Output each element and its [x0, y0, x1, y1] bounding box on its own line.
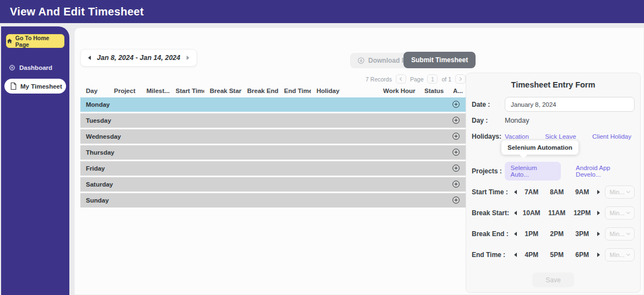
add-entry-button[interactable]	[452, 116, 460, 124]
add-entry-button[interactable]	[452, 148, 460, 156]
day-label: Day :	[472, 117, 505, 124]
col-actions: A...	[447, 88, 466, 94]
form-title: Timesheet Entry Form	[466, 80, 640, 89]
minutes-select[interactable]: Min...	[605, 248, 635, 261]
minutes-select[interactable]: Min...	[605, 185, 635, 199]
time-scroll-right-icon[interactable]	[597, 211, 600, 215]
break-end-row: Break End : 1PM 2PM 3PM Min...	[472, 227, 635, 241]
time-option[interactable]: 9AM	[570, 188, 595, 196]
time-options: 1PM 2PM 3PM	[519, 230, 595, 238]
plus-circle-icon	[452, 180, 460, 188]
day-cell: Monday	[80, 101, 110, 108]
table-row-friday[interactable]: Friday	[80, 161, 466, 176]
minutes-select[interactable]: Min...	[605, 206, 635, 220]
break-start-label: Break Start:	[472, 209, 514, 217]
chevron-left-icon	[400, 77, 403, 81]
time-options: 10AM 11AM 12PM	[519, 209, 595, 217]
time-scroll-right-icon[interactable]	[597, 253, 600, 257]
table-row-wednesday[interactable]: Wednesday	[80, 129, 466, 144]
current-page-box: 1	[427, 74, 438, 84]
time-scroll-left-icon[interactable]	[514, 190, 517, 194]
col-project: Project	[108, 88, 141, 94]
time-option[interactable]: 2PM	[544, 230, 570, 238]
add-entry-button[interactable]	[452, 100, 460, 108]
projects-label: Projects :	[472, 167, 505, 175]
col-status: Status	[419, 88, 447, 94]
day-row: Day : Monday	[472, 117, 635, 124]
date-label: Date :	[472, 101, 505, 108]
col-end-time: End Time	[279, 88, 311, 94]
add-entry-button[interactable]	[452, 164, 460, 172]
start-time-row: Start Time : 7AM 8AM 9AM Min...	[472, 185, 635, 199]
add-entry-button[interactable]	[452, 196, 460, 204]
sidebar-item-my-timesheet[interactable]: My Timesheet	[4, 79, 66, 94]
holiday-links: Vacation Sick Leave Client Holiday	[505, 133, 635, 140]
projects-row: Projects : Selenium Auto... Android App …	[472, 162, 635, 181]
date-input[interactable]	[505, 97, 635, 112]
day-cell: Wednesday	[80, 133, 121, 140]
time-option[interactable]: 4PM	[519, 251, 544, 259]
holiday-link-sick-leave[interactable]: Sick Leave	[545, 133, 576, 140]
day-cell: Tuesday	[80, 117, 111, 124]
col-start-time: Start Time	[170, 88, 204, 94]
time-option[interactable]: 6PM	[570, 251, 595, 259]
minutes-placeholder: Min...	[610, 210, 625, 216]
time-option[interactable]: 11AM	[544, 209, 570, 217]
project-option-android[interactable]: Android App Develo...	[576, 165, 635, 178]
time-option[interactable]: 3PM	[570, 230, 595, 238]
time-option[interactable]: 10AM	[519, 209, 544, 217]
day-cell: Thursday	[80, 149, 114, 156]
next-week-icon[interactable]	[187, 56, 189, 60]
project-option-selenium[interactable]: Selenium Auto...	[505, 162, 561, 181]
document-icon	[10, 83, 17, 90]
table-row-saturday[interactable]: Saturday	[80, 177, 466, 192]
go-home-button[interactable]: Go To Home Page	[6, 34, 64, 48]
time-option[interactable]: 12PM	[570, 209, 595, 217]
plus-circle-icon	[452, 164, 460, 172]
table-row-monday[interactable]: Monday	[80, 97, 466, 112]
time-option[interactable]: 5PM	[544, 251, 570, 259]
sidebar-item-dashboard[interactable]: Dashboard	[1, 61, 69, 74]
table-row-tuesday[interactable]: Tuesday	[80, 113, 466, 128]
minutes-placeholder: Min...	[610, 252, 625, 258]
chevron-down-icon	[626, 189, 630, 193]
page-label: Page	[410, 76, 424, 83]
plus-circle-icon	[452, 132, 460, 140]
prev-page-button[interactable]	[396, 74, 406, 84]
time-option[interactable]: 7AM	[519, 188, 544, 196]
day-cell: Friday	[80, 165, 105, 172]
timesheet-entry-form: Timesheet Entry Form Date : Day : Monday…	[466, 73, 641, 293]
project-tooltip: Selenium Automation	[501, 140, 578, 155]
save-button[interactable]: Save	[532, 272, 574, 287]
submit-timesheet-button[interactable]: Submit Timesheet	[403, 52, 476, 68]
dashboard-icon	[9, 64, 15, 71]
table-row-sunday[interactable]: Sunday	[80, 193, 466, 207]
plus-circle-icon	[452, 100, 460, 108]
table-row-thursday[interactable]: Thursday	[80, 145, 466, 160]
timesheet-table: Day Project Milest... Start Time Break S…	[80, 84, 466, 209]
chevron-down-icon	[626, 210, 630, 214]
time-option[interactable]: 1PM	[519, 230, 544, 238]
add-entry-button[interactable]	[452, 180, 460, 188]
col-holiday: Holiday	[311, 88, 378, 94]
minutes-select[interactable]: Min...	[605, 227, 635, 241]
time-option[interactable]: 8AM	[544, 188, 570, 196]
time-scroll-right-icon[interactable]	[597, 232, 600, 236]
start-time-label: Start Time :	[472, 188, 514, 196]
col-break-start: Break Start...	[204, 88, 242, 94]
time-scroll-left-icon[interactable]	[514, 253, 517, 257]
minutes-placeholder: Min...	[610, 231, 625, 237]
holiday-link-vacation[interactable]: Vacation	[505, 133, 529, 140]
time-scroll-right-icon[interactable]	[597, 190, 600, 194]
day-value: Monday	[505, 117, 529, 124]
next-page-button[interactable]	[455, 74, 466, 84]
main-content: Jan 8, 2024 - Jan 14, 2024 Download PDF …	[74, 28, 644, 295]
previous-week-icon[interactable]	[88, 56, 91, 60]
holiday-link-client-holiday[interactable]: Client Holiday	[592, 133, 631, 140]
time-scroll-left-icon[interactable]	[514, 211, 517, 215]
end-time-row: End Time : 4PM 5PM 6PM Min...	[472, 248, 635, 261]
week-range-picker[interactable]: Jan 8, 2024 - Jan 14, 2024	[80, 49, 197, 67]
go-home-label: Go To Home Page	[15, 35, 64, 48]
time-scroll-left-icon[interactable]	[514, 232, 517, 236]
add-entry-button[interactable]	[452, 132, 460, 140]
